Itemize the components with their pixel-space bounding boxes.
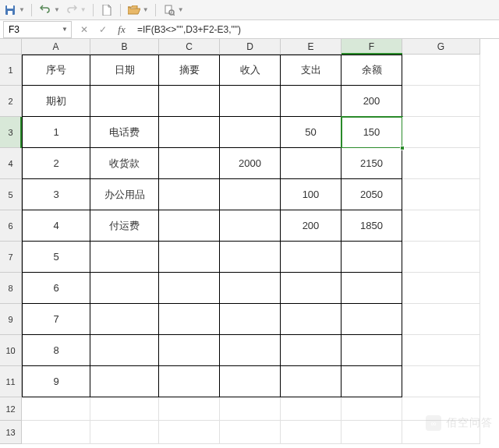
cell-A1[interactable]: 序号 bbox=[22, 55, 90, 86]
cell-C6[interactable] bbox=[159, 210, 220, 242]
row-header-10[interactable]: 10 bbox=[0, 335, 22, 366]
cell-D6[interactable] bbox=[220, 210, 281, 242]
cell-A12[interactable] bbox=[22, 397, 90, 421]
cell-A10[interactable]: 8 bbox=[22, 335, 90, 366]
cell-E1[interactable]: 支出 bbox=[281, 55, 342, 86]
open-button[interactable] bbox=[127, 3, 141, 17]
cell-F10[interactable] bbox=[342, 335, 402, 366]
formula-input[interactable]: =IF(B3<>"",D3+F2-E3,"") bbox=[131, 24, 499, 35]
cell-B4[interactable]: 收货款 bbox=[90, 148, 159, 179]
cell-E3[interactable]: 50 bbox=[281, 117, 342, 148]
cell-E9[interactable] bbox=[281, 304, 342, 335]
cell-B1[interactable]: 日期 bbox=[90, 55, 159, 86]
cell-E8[interactable] bbox=[281, 273, 342, 304]
save-button[interactable] bbox=[3, 3, 17, 17]
select-all-corner[interactable] bbox=[0, 39, 22, 55]
cell-F7[interactable] bbox=[342, 242, 402, 273]
cell-C10[interactable] bbox=[159, 335, 220, 366]
cell-A2[interactable]: 期初 bbox=[22, 86, 90, 117]
fx-button[interactable]: fx bbox=[114, 22, 129, 37]
new-doc-button[interactable] bbox=[100, 3, 114, 17]
cell-D1[interactable]: 收入 bbox=[220, 55, 281, 86]
cell-D2[interactable] bbox=[220, 86, 281, 117]
cell-G5[interactable] bbox=[402, 179, 480, 210]
cell-F5[interactable]: 2050 bbox=[342, 179, 402, 210]
row-header-7[interactable]: 7 bbox=[0, 242, 22, 273]
row-header-1[interactable]: 1 bbox=[0, 55, 22, 86]
cell-C9[interactable] bbox=[159, 304, 220, 335]
cell-C11[interactable] bbox=[159, 366, 220, 397]
cell-B10[interactable] bbox=[90, 335, 159, 366]
col-header-A[interactable]: A bbox=[22, 39, 90, 55]
cell-B5[interactable]: 办公用品 bbox=[90, 179, 159, 210]
accept-formula-button[interactable]: ✓ bbox=[95, 22, 111, 37]
row-header-3[interactable]: 3 bbox=[0, 117, 22, 148]
cell-A8[interactable]: 6 bbox=[22, 273, 90, 304]
cell-F9[interactable] bbox=[342, 304, 402, 335]
cell-B7[interactable] bbox=[90, 242, 159, 273]
row-header-9[interactable]: 9 bbox=[0, 304, 22, 335]
cell-G7[interactable] bbox=[402, 242, 480, 273]
cell-E6[interactable]: 200 bbox=[281, 210, 342, 242]
cell-F8[interactable] bbox=[342, 273, 402, 304]
cell-C12[interactable] bbox=[159, 397, 220, 421]
cell-F2[interactable]: 200 bbox=[342, 86, 402, 117]
cell-F3[interactable]: 150 bbox=[342, 117, 402, 148]
cell-B6[interactable]: 付运费 bbox=[90, 210, 159, 242]
cell-D3[interactable] bbox=[220, 117, 281, 148]
cell-F11[interactable] bbox=[342, 366, 402, 397]
cell-B9[interactable] bbox=[90, 304, 159, 335]
fill-handle[interactable] bbox=[400, 146, 405, 150]
cell-E13[interactable] bbox=[281, 421, 342, 444]
print-preview-button[interactable] bbox=[162, 3, 176, 17]
cell-B3[interactable]: 电话费 bbox=[90, 117, 159, 148]
cell-G1[interactable] bbox=[402, 55, 480, 86]
cell-D12[interactable] bbox=[220, 397, 281, 421]
cell-D13[interactable] bbox=[220, 421, 281, 444]
cell-A4[interactable]: 2 bbox=[22, 148, 90, 179]
cell-B2[interactable] bbox=[90, 86, 159, 117]
row-header-11[interactable]: 11 bbox=[0, 366, 22, 397]
cell-B12[interactable] bbox=[90, 397, 159, 421]
name-box-dropdown-icon[interactable]: ▼ bbox=[62, 26, 68, 33]
row-header-8[interactable]: 8 bbox=[0, 273, 22, 304]
cell-E7[interactable] bbox=[281, 242, 342, 273]
cell-B8[interactable] bbox=[90, 273, 159, 304]
col-header-D[interactable]: D bbox=[220, 39, 281, 55]
redo-button[interactable] bbox=[65, 3, 79, 17]
cancel-formula-button[interactable]: ✕ bbox=[76, 22, 92, 37]
undo-dropdown-icon[interactable]: ▼ bbox=[54, 6, 60, 13]
cell-D4[interactable]: 2000 bbox=[220, 148, 281, 179]
cell-B13[interactable] bbox=[90, 421, 159, 444]
cell-C7[interactable] bbox=[159, 242, 220, 273]
cell-F1[interactable]: 余额 bbox=[342, 55, 402, 86]
cell-E12[interactable] bbox=[281, 397, 342, 421]
cell-C4[interactable] bbox=[159, 148, 220, 179]
col-header-B[interactable]: B bbox=[90, 39, 159, 55]
cell-G11[interactable] bbox=[402, 366, 480, 397]
row-header-13[interactable]: 13 bbox=[0, 421, 22, 444]
cell-G10[interactable] bbox=[402, 335, 480, 366]
cell-F13[interactable] bbox=[342, 421, 402, 444]
cell-D7[interactable] bbox=[220, 242, 281, 273]
cell-C3[interactable] bbox=[159, 117, 220, 148]
cell-C8[interactable] bbox=[159, 273, 220, 304]
col-header-E[interactable]: E bbox=[281, 39, 342, 55]
save-dropdown-icon[interactable]: ▼ bbox=[19, 6, 25, 13]
cell-E4[interactable] bbox=[281, 148, 342, 179]
cell-F12[interactable] bbox=[342, 397, 402, 421]
cell-A6[interactable]: 4 bbox=[22, 210, 90, 242]
row-header-2[interactable]: 2 bbox=[0, 86, 22, 117]
cell-C2[interactable] bbox=[159, 86, 220, 117]
cell-D8[interactable] bbox=[220, 273, 281, 304]
cell-G6[interactable] bbox=[402, 210, 480, 242]
cell-A11[interactable]: 9 bbox=[22, 366, 90, 397]
preview-dropdown-icon[interactable]: ▼ bbox=[178, 6, 184, 13]
cell-D10[interactable] bbox=[220, 335, 281, 366]
row-header-5[interactable]: 5 bbox=[0, 179, 22, 210]
cell-F6[interactable]: 1850 bbox=[342, 210, 402, 242]
cell-G3[interactable] bbox=[402, 117, 480, 148]
redo-dropdown-icon[interactable]: ▼ bbox=[80, 6, 87, 13]
cell-A5[interactable]: 3 bbox=[22, 179, 90, 210]
cell-D9[interactable] bbox=[220, 304, 281, 335]
